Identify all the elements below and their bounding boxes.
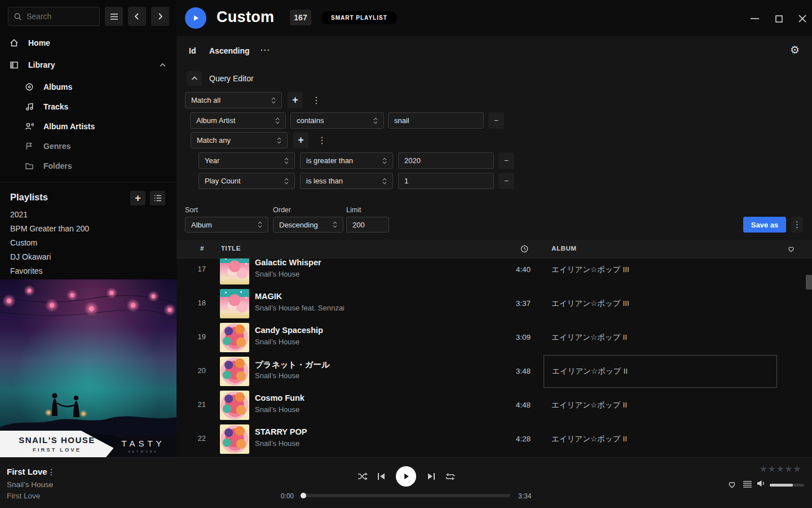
star-icon[interactable]: ★: [760, 464, 768, 474]
star-icon[interactable]: ★: [785, 464, 793, 474]
star-icon[interactable]: ★: [776, 464, 785, 474]
star-icon[interactable]: ★: [768, 464, 776, 474]
search-icon: [14, 12, 22, 21]
add-rule-button[interactable]: +: [288, 92, 303, 108]
track-artist: Snail’s House: [255, 371, 299, 380]
column-album[interactable]: ALBUM: [551, 245, 577, 252]
rule-field-select[interactable]: Album Artist: [190, 112, 286, 129]
sidebar-item-home[interactable]: Home: [0, 35, 176, 51]
sort-field-button[interactable]: Id: [189, 46, 196, 55]
repeat-button[interactable]: [445, 472, 456, 481]
table-row[interactable]: 18 MAGIK Snail’s House feat. Sennzai 3:3…: [176, 287, 812, 321]
playlist-item[interactable]: 2021: [10, 210, 28, 219]
track-duration: 4:48: [484, 401, 531, 409]
playlist-item[interactable]: DJ Okawari: [10, 252, 51, 261]
albums-icon: [25, 82, 34, 91]
search-input[interactable]: [27, 12, 89, 21]
match-mode-select[interactable]: Match all: [185, 92, 282, 108]
save-as-button[interactable]: Save as: [743, 217, 786, 233]
select-value: Year: [205, 156, 219, 165]
rule-operator-select[interactable]: contains: [290, 112, 384, 129]
previous-track-button[interactable]: [377, 472, 386, 480]
sort-direction-button[interactable]: Ascending: [209, 46, 250, 55]
match-mode-select[interactable]: Match any: [191, 132, 288, 148]
queue-icon[interactable]: [743, 481, 752, 488]
playlist-item[interactable]: Custom: [10, 238, 37, 247]
add-rule-button[interactable]: +: [293, 132, 308, 148]
scrollbar-thumb[interactable]: [806, 275, 812, 290]
rule-operator-select[interactable]: is less than: [300, 173, 393, 189]
remove-rule-button[interactable]: −: [498, 152, 514, 169]
table-row[interactable]: 19 Candy Spaceship Snail’s House 3:09 エイ…: [176, 321, 812, 354]
playlist-item[interactable]: BPM Greater than 200: [10, 224, 89, 233]
select-caret-icon: [258, 221, 262, 228]
next-track-button[interactable]: [427, 472, 435, 480]
more-options-icon[interactable]: ⋯: [260, 44, 270, 56]
sidebar-item-label: Album Artists: [43, 122, 95, 131]
add-playlist-button[interactable]: +: [130, 191, 145, 205]
sidebar-item-tracks[interactable]: Tracks: [25, 100, 68, 113]
table-row[interactable]: 22 STARRY POP Snail’s House 4:28 エイリアン☆ポ…: [176, 422, 812, 456]
select-value: Match any: [197, 136, 231, 144]
table-row[interactable]: 17 Galactic Whisper Snail’s House 4:40 エ…: [176, 259, 812, 287]
shuffle-button[interactable]: [358, 472, 368, 481]
table-row[interactable]: 20 プラネット・ガール Snail’s House 3:48 エイリアン☆ポッ…: [176, 354, 812, 388]
select-caret-icon: [333, 221, 337, 228]
seek-knob[interactable]: [301, 493, 306, 498]
collapse-query-editor-button[interactable]: [187, 71, 202, 86]
minus-icon: −: [494, 116, 498, 125]
rule-field-select[interactable]: Play Count: [198, 173, 295, 189]
close-button[interactable]: [793, 12, 811, 25]
limit-input[interactable]: 200: [346, 217, 389, 233]
volume-slider[interactable]: [770, 484, 804, 487]
volume-fill: [770, 484, 793, 487]
group-menu-icon[interactable]: ⋮: [312, 95, 321, 106]
sidebar-item-folders[interactable]: Folders: [25, 159, 72, 173]
sidebar-item-albums[interactable]: Albums: [25, 80, 72, 94]
input-value: 1: [404, 177, 408, 185]
remove-rule-button[interactable]: −: [498, 173, 514, 189]
order-select[interactable]: Descending: [273, 217, 343, 233]
gear-icon[interactable]: ⚙: [790, 43, 800, 56]
table-row[interactable]: 21 Cosmo Funk Snail’s House 4:48 エイリアン☆ポ…: [176, 388, 812, 422]
star-icon[interactable]: ★: [793, 464, 802, 474]
now-playing-title: First Love: [7, 467, 47, 476]
sidebar-item-genres[interactable]: Genres: [25, 139, 70, 153]
playlist-item[interactable]: Favorites: [10, 266, 43, 275]
sidebar-item-album-artists[interactable]: Album Artists: [25, 120, 95, 133]
group-menu-icon[interactable]: ⋮: [317, 135, 326, 146]
sidebar-item-library[interactable]: Library: [0, 57, 176, 73]
playlist-options-button[interactable]: [150, 191, 165, 205]
maximize-button[interactable]: [770, 12, 788, 25]
remove-rule-button[interactable]: −: [488, 112, 504, 129]
rule-operator-select[interactable]: is greater than: [300, 152, 393, 169]
menu-button[interactable]: [105, 7, 123, 26]
seek-bar[interactable]: [302, 494, 510, 497]
clock-icon[interactable]: [520, 245, 528, 253]
nav-back-button[interactable]: [128, 7, 146, 26]
rule-value-input[interactable]: 2020: [398, 152, 494, 169]
sort-select[interactable]: Album: [185, 217, 268, 233]
heart-icon[interactable]: [787, 245, 795, 252]
now-playing-menu-icon[interactable]: ⋮: [47, 467, 55, 476]
column-title[interactable]: TITLE: [221, 245, 241, 252]
rating-stars[interactable]: ★★★★★: [760, 464, 802, 474]
play-pause-button[interactable]: [396, 466, 416, 487]
rule-value-input[interactable]: 1: [398, 173, 494, 189]
minus-icon: −: [504, 177, 509, 185]
rule-value-input[interactable]: snail: [388, 112, 484, 129]
volume-icon[interactable]: [757, 479, 766, 488]
search-box[interactable]: [8, 7, 100, 26]
play-playlist-button[interactable]: [185, 7, 206, 29]
select-caret-icon: [284, 157, 289, 164]
rule-field-select[interactable]: Year: [198, 152, 295, 169]
artwork-title-text: FIRST LOVE: [7, 446, 107, 453]
chevron-up-icon[interactable]: [159, 63, 166, 68]
save-menu-button[interactable]: ⋮: [791, 217, 803, 233]
favorite-button[interactable]: [727, 480, 736, 488]
playlist-header: Custom 167 SMART PLAYLIST: [176, 0, 812, 36]
minimize-button[interactable]: [745, 12, 764, 25]
column-index[interactable]: #: [200, 245, 204, 252]
nav-forward-button[interactable]: [151, 7, 169, 26]
focused-album-cell[interactable]: エイリアン☆ポップ II: [544, 355, 777, 388]
